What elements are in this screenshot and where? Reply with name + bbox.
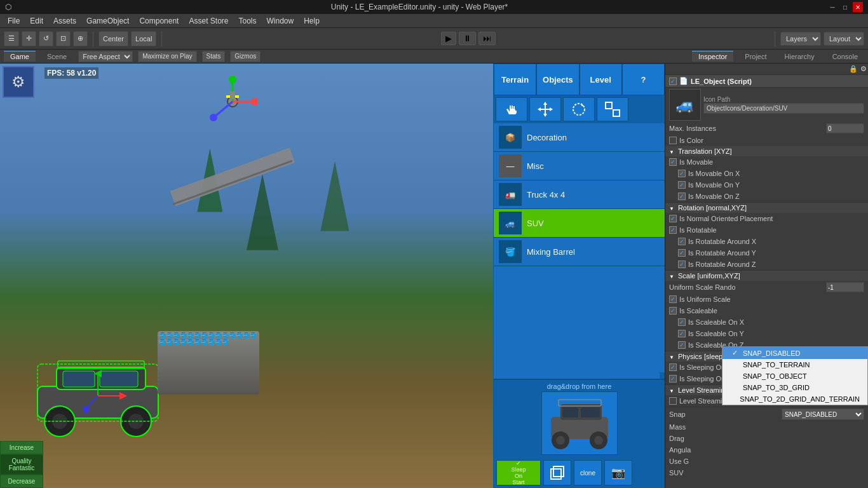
viewport[interactable]: ⚙ FPS: 58 v1.20 [0, 64, 493, 488]
close-button[interactable]: ✕ [853, 2, 863, 12]
gizmos-button[interactable]: Gizmos [230, 51, 261, 62]
tab-help[interactable]: ? [622, 64, 665, 95]
sleep-on-start-button[interactable]: ✓SleepOnStart [496, 460, 541, 485]
level-streaming-enabled-checkbox[interactable] [669, 397, 677, 405]
is-movable-row: Is Movable [665, 156, 868, 168]
tab-project[interactable]: Project [738, 51, 773, 62]
tool-scale[interactable]: ⊡ [56, 31, 71, 46]
menu-window[interactable]: Window [262, 15, 299, 27]
snap-option-object[interactable]: SNAP_TO_OBJECT [722, 370, 867, 382]
menu-help[interactable]: Help [299, 15, 325, 27]
is-scaleable-checkbox[interactable] [669, 307, 677, 315]
tab-level[interactable]: Level [580, 64, 622, 95]
list-scrollbar[interactable] [660, 372, 665, 379]
snap-option-2d-grid-terrain[interactable]: SNAP_TO_2D_GRID_AND_TERRAIN [722, 393, 867, 405]
is-sleeping-checkbox[interactable] [669, 363, 677, 371]
tool-move[interactable]: ✛ [22, 31, 36, 46]
is-rotatable-y-checkbox[interactable] [678, 249, 686, 257]
is-sleeping-editable-checkbox[interactable] [669, 375, 677, 383]
is-scaleable-row: Is Scaleable [665, 305, 868, 316]
translation-header[interactable]: Translation [XYZ] [665, 146, 868, 156]
tool-scale-icon[interactable] [597, 97, 628, 121]
max-instances-input[interactable] [826, 123, 864, 133]
is-scaleable-x-checkbox[interactable] [678, 318, 686, 326]
camera-button[interactable]: 📷 [604, 460, 632, 485]
tool-move-icon[interactable] [529, 97, 561, 121]
inspector-settings-icon[interactable]: ⚙ [860, 65, 867, 73]
local-button[interactable]: Local [131, 31, 156, 46]
tab-scene[interactable]: Scene [41, 51, 73, 62]
step-button[interactable]: ⏭ [478, 32, 496, 45]
is-movable-z-checkbox[interactable] [678, 193, 686, 200]
tab-console[interactable]: Console [826, 51, 864, 62]
menu-gameobject[interactable]: GameObject [81, 15, 134, 27]
menu-tools[interactable]: Tools [233, 15, 261, 27]
barrel-icon: 🪣 [499, 240, 522, 263]
inspector-lock-icon[interactable]: 🔒 [849, 65, 858, 73]
tool-hand[interactable]: ☰ [4, 31, 19, 46]
clone-label-button[interactable]: clone [574, 460, 602, 485]
is-movable-y-checkbox[interactable] [678, 181, 686, 189]
tab-objects[interactable]: Objects [536, 64, 579, 95]
aspect-select[interactable]: Free Aspect [78, 51, 133, 62]
tool-rect[interactable]: ⊕ [73, 31, 88, 46]
decrease-quality-button[interactable]: Decrease [0, 475, 43, 488]
gear-settings-button[interactable]: ⚙ [3, 66, 34, 98]
snap-option-3d-grid[interactable]: SNAP_TO_3D_GRID [722, 382, 867, 393]
is-scaleable-y-checkbox[interactable] [678, 330, 686, 337]
tool-rotate-icon[interactable] [563, 97, 595, 121]
tab-terrain[interactable]: Terrain [494, 64, 536, 95]
is-normal-oriented-checkbox[interactable] [669, 215, 677, 222]
rotation-header[interactable]: Rotation [normal,XYZ] [665, 203, 868, 213]
truck-icon: 🚛 [499, 183, 522, 206]
snap-option-terrain[interactable]: SNAP_TO_TERRAIN [722, 359, 867, 370]
menu-file[interactable]: File [3, 15, 25, 27]
play-button[interactable]: ▶ [441, 32, 456, 45]
tool-rotate[interactable]: ↺ [39, 31, 53, 46]
menu-edit[interactable]: Edit [25, 15, 48, 27]
is-movable-checkbox[interactable] [669, 158, 677, 166]
list-item-suv[interactable]: 🚙 SUV [494, 209, 665, 238]
icon-thumbnail: 🚙 [669, 89, 701, 121]
script-enabled-checkbox[interactable] [669, 78, 677, 85]
maximize-on-play-button[interactable]: Maximize on Play [138, 51, 196, 62]
left-tab-group: Game Scene Free Aspect Maximize on Play … [0, 50, 264, 63]
list-item-truck[interactable]: 🚛 Truck 4x 4 [494, 180, 665, 209]
is-rotatable-checkbox[interactable] [669, 226, 677, 234]
minimize-button[interactable]: ─ [827, 2, 837, 12]
scale-header[interactable]: Scale [uniform,XYZ] [665, 271, 868, 281]
svg-point-38 [594, 436, 603, 445]
list-item-barrel[interactable]: 🪣 Mixing Barrel [494, 238, 665, 266]
stats-button[interactable]: Stats [202, 51, 226, 62]
menu-assetstore[interactable]: Asset Store [184, 15, 233, 27]
is-color-checkbox[interactable] [669, 137, 677, 144]
clone-icon-button[interactable] [543, 460, 571, 485]
uniform-scale-rand-input[interactable] [826, 282, 864, 292]
is-movable-x-checkbox[interactable] [678, 170, 686, 177]
layout-dropdown[interactable]: Layout [824, 32, 864, 46]
rotation-section: Rotation [normal,XYZ] Is Normal Oriented… [665, 203, 868, 271]
uniform-scale-rand-label: Uniform Scale Rando [669, 283, 824, 291]
svg-line-31 [612, 109, 613, 110]
is-rotatable-z-checkbox[interactable] [678, 261, 686, 268]
is-rotatable-x-checkbox[interactable] [678, 238, 686, 245]
menu-assets[interactable]: Assets [48, 15, 81, 27]
suv-object[interactable] [25, 336, 171, 437]
list-item-decoration[interactable]: 📦 Decoration [494, 123, 665, 152]
tab-game[interactable]: Game [4, 51, 36, 62]
tool-hand-icon[interactable] [496, 97, 527, 121]
pause-button[interactable]: ⏸ [459, 32, 476, 45]
menu-component[interactable]: Component [134, 15, 184, 27]
is-uniform-scale-checkbox[interactable] [669, 295, 677, 303]
tab-hierarchy[interactable]: Hierarchy [778, 51, 821, 62]
center-button[interactable]: Center [98, 31, 128, 46]
snap-select[interactable]: SNAP_DISABLED SNAP_TO_TERRAIN SNAP_TO_OB… [782, 409, 864, 420]
tab-inspector[interactable]: Inspector [692, 51, 733, 62]
increase-quality-button[interactable]: Increase [0, 441, 43, 454]
list-item-misc[interactable]: — Misc [494, 152, 665, 180]
maximize-button[interactable]: □ [840, 2, 850, 12]
is-scaleable-z-checkbox[interactable] [678, 341, 686, 349]
layers-dropdown[interactable]: Layers [780, 32, 821, 46]
snap-label: Snap [669, 410, 779, 418]
snap-option-disabled[interactable]: ✓ SNAP_DISABLED [722, 347, 867, 359]
